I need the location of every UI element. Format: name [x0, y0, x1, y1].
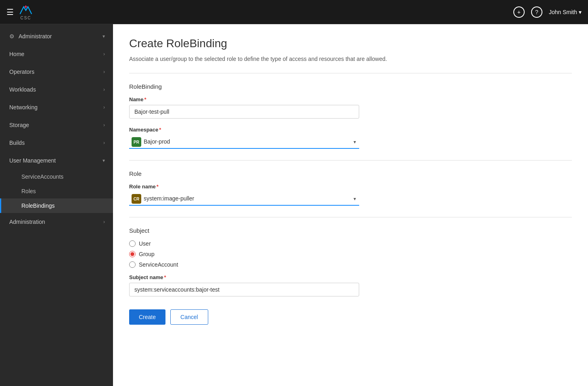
chevron-right-icon: › [103, 69, 105, 75]
namespace-label: Namespace* [129, 127, 572, 133]
sidebar-networking-label: Networking [9, 104, 38, 111]
radio-serviceaccount-text: ServiceAccount [139, 261, 178, 268]
sidebar-workloads-label: Workloads [9, 86, 36, 93]
radio-group-label[interactable]: Group [129, 251, 572, 257]
logo-icon [19, 4, 33, 16]
sidebar-item-roles[interactable]: Roles [0, 184, 113, 198]
name-required: * [144, 96, 146, 102]
role-badge: CR [132, 194, 141, 204]
chevron-down-icon: ▾ [103, 33, 105, 39]
subject-section-label: Subject [129, 227, 572, 234]
roles-label: Roles [21, 188, 36, 194]
radio-group[interactable] [129, 251, 136, 257]
namespace-badge: PR [132, 137, 141, 147]
navbar: ☰ CSC + ? John Smith ▾ [0, 0, 588, 24]
radio-serviceaccount[interactable] [129, 261, 136, 268]
chevron-right-icon: › [103, 219, 105, 225]
sidebar-builds-label: Builds [9, 140, 25, 146]
gear-icon: ⚙ [9, 33, 15, 40]
role-section-label: Role [129, 170, 572, 177]
add-button[interactable]: + [513, 6, 525, 18]
sidebar-administrator-label: Administrator [19, 33, 52, 40]
subject-name-required: * [164, 274, 166, 280]
user-menu[interactable]: John Smith ▾ [549, 9, 582, 15]
page-subtitle: Associate a user/group to the selected r… [129, 55, 572, 63]
chevron-right-icon: › [103, 122, 105, 128]
name-input[interactable] [129, 105, 359, 119]
chevron-down-icon: ▾ [103, 158, 105, 163]
user-caret-icon: ▾ [579, 9, 582, 15]
sidebar-operators-label: Operators [9, 69, 34, 75]
sidebar-item-user-management[interactable]: User Management ▾ [0, 152, 113, 169]
page-title: Create RoleBinding [129, 37, 572, 50]
subject-name-form-group: Subject name* [129, 274, 572, 296]
role-name-required: * [157, 184, 159, 190]
subject-divider [129, 217, 572, 217]
chevron-right-icon: › [103, 51, 105, 57]
role-name-form-group: Role name* CR system:image-puller ▾ [129, 184, 572, 206]
sidebar-item-home[interactable]: Home › [0, 45, 113, 63]
sidebar: ⚙ Administrator ▾ Home › Operators › Wor… [0, 24, 113, 386]
help-button[interactable]: ? [531, 6, 542, 18]
rolebindings-label: RoleBindings [21, 202, 55, 209]
chevron-right-icon: › [103, 104, 105, 110]
role-section: Role Role name* CR system:image-puller ▾ [129, 170, 572, 206]
rolebinding-section-label: RoleBinding [129, 83, 572, 90]
navbar-right: + ? John Smith ▾ [513, 6, 582, 18]
sidebar-administration-label: Administration [9, 219, 45, 225]
radio-group-text: Group [139, 251, 155, 257]
user-name: John Smith [549, 9, 577, 15]
chevron-right-icon: › [103, 140, 105, 146]
role-name-label: Role name* [129, 184, 572, 190]
namespace-select-wrapper: PR Bajor-prod ▾ [129, 135, 359, 149]
logo-text: CSC [20, 16, 31, 20]
namespace-select[interactable]: Bajor-prod [129, 135, 359, 149]
sidebar-item-workloads[interactable]: Workloads › [0, 81, 113, 98]
radio-user-label[interactable]: User [129, 240, 572, 247]
sidebar-storage-label: Storage [9, 122, 29, 128]
sidebar-item-builds[interactable]: Builds › [0, 134, 113, 152]
sidebar-item-networking[interactable]: Networking › [0, 98, 113, 116]
sidebar-home-label: Home [9, 51, 24, 57]
sidebar-user-management-label: User Management [9, 157, 56, 164]
radio-user-text: User [139, 240, 151, 247]
create-button[interactable]: Create [129, 309, 165, 325]
subject-name-input[interactable] [129, 283, 359, 296]
subject-radio-group: User Group ServiceAccount [129, 240, 572, 268]
role-name-select[interactable]: system:image-puller [129, 192, 359, 206]
sidebar-user-management-sub: ServiceAccounts Roles RoleBindings [0, 169, 113, 213]
main-content: Create RoleBinding Associate a user/grou… [113, 24, 588, 386]
hamburger-menu[interactable]: ☰ [6, 7, 14, 17]
subject-section: Subject User Group ServiceAccount [129, 227, 572, 296]
radio-user[interactable] [129, 240, 136, 247]
chevron-right-icon: › [103, 87, 105, 92]
rolebinding-section: RoleBinding Name* Namespace* PR Bajor-pr… [129, 83, 572, 149]
name-form-group: Name* [129, 96, 572, 119]
cancel-button[interactable]: Cancel [170, 309, 208, 325]
sidebar-item-operators[interactable]: Operators › [0, 63, 113, 81]
serviceaccounts-label: ServiceAccounts [21, 173, 63, 180]
namespace-form-group: Namespace* PR Bajor-prod ▾ [129, 127, 572, 149]
role-divider [129, 160, 572, 161]
form-actions: Create Cancel [129, 309, 572, 325]
subject-name-label: Subject name* [129, 274, 572, 280]
sidebar-item-rolebindings[interactable]: RoleBindings [0, 198, 113, 213]
namespace-required: * [159, 127, 161, 133]
logo-area: CSC [19, 4, 33, 20]
section-divider [129, 73, 572, 73]
sidebar-item-storage[interactable]: Storage › [0, 116, 113, 134]
sidebar-item-administrator[interactable]: ⚙ Administrator ▾ [0, 27, 113, 45]
sidebar-item-serviceaccounts[interactable]: ServiceAccounts [0, 169, 113, 184]
role-name-select-wrapper: CR system:image-puller ▾ [129, 192, 359, 206]
navbar-left: ☰ CSC [6, 4, 33, 20]
name-label: Name* [129, 96, 572, 102]
main-layout: ⚙ Administrator ▾ Home › Operators › Wor… [0, 24, 588, 386]
radio-serviceaccount-label[interactable]: ServiceAccount [129, 261, 572, 268]
sidebar-item-administration[interactable]: Administration › [0, 213, 113, 231]
